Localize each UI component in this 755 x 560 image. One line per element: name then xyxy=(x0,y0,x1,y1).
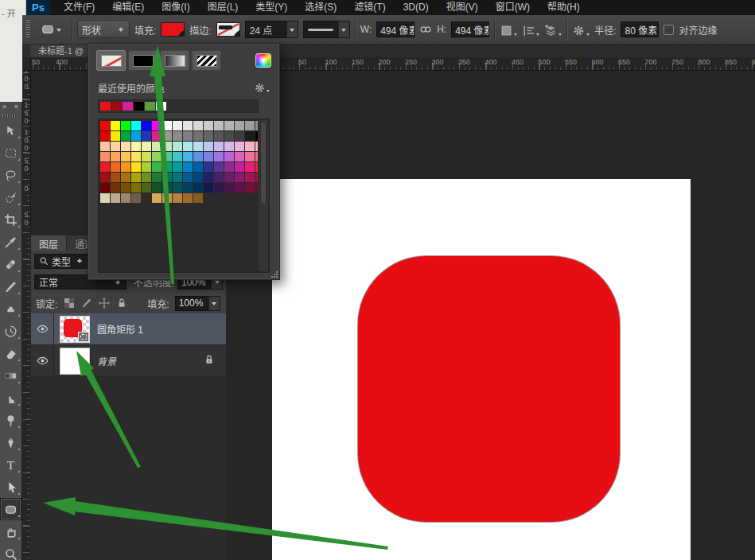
color-swatch[interactable] xyxy=(142,173,151,182)
document-tab[interactable]: 未标题-1 @ xyxy=(30,45,92,57)
color-swatch[interactable] xyxy=(152,193,162,203)
color-swatch[interactable] xyxy=(142,142,151,151)
path-arrangement-button[interactable] xyxy=(544,20,562,39)
color-swatch[interactable] xyxy=(100,183,110,192)
popup-menu-gear-button[interactable] xyxy=(254,82,270,94)
color-swatch[interactable] xyxy=(173,121,182,130)
path-operations-button[interactable] xyxy=(500,20,517,39)
color-swatch[interactable] xyxy=(162,183,172,192)
color-swatch[interactable] xyxy=(214,121,224,130)
spot-healing-brush-tool[interactable] xyxy=(0,253,21,275)
color-swatch[interactable] xyxy=(245,173,255,182)
color-swatch[interactable] xyxy=(121,152,130,161)
color-swatch[interactable] xyxy=(131,193,141,203)
color-swatch[interactable] xyxy=(162,142,172,151)
recent-color-swatch[interactable] xyxy=(134,102,144,111)
history-brush-tool[interactable] xyxy=(0,320,21,342)
color-swatch[interactable] xyxy=(162,131,172,141)
lock-all-icon[interactable] xyxy=(115,298,127,309)
color-swatch[interactable] xyxy=(173,193,182,203)
gradient-button[interactable] xyxy=(160,50,189,71)
color-swatch[interactable] xyxy=(121,162,130,172)
color-swatch[interactable] xyxy=(142,183,151,192)
layer-fill-dropdown[interactable] xyxy=(208,296,220,311)
hand-tool[interactable] xyxy=(0,520,21,542)
lock-position-icon[interactable] xyxy=(98,298,110,309)
color-swatch[interactable] xyxy=(224,121,234,130)
color-picker-icon[interactable] xyxy=(255,53,271,68)
menu-item[interactable]: 窗口(W) xyxy=(487,0,539,15)
color-swatch[interactable] xyxy=(162,173,172,182)
move-tool[interactable] xyxy=(0,119,21,142)
color-swatch[interactable] xyxy=(121,121,130,130)
tools-panel-grip[interactable] xyxy=(2,114,19,117)
color-swatch[interactable] xyxy=(111,193,120,203)
color-swatch[interactable] xyxy=(121,131,130,141)
color-swatch[interactable] xyxy=(235,121,244,130)
pattern-button[interactable] xyxy=(192,50,221,71)
menu-item[interactable]: 3D(D) xyxy=(395,0,438,15)
color-swatch[interactable] xyxy=(111,173,120,182)
swatches-scrollbar[interactable] xyxy=(258,120,268,271)
color-swatch[interactable] xyxy=(214,152,224,161)
color-swatch[interactable] xyxy=(162,152,172,161)
color-swatch[interactable] xyxy=(193,142,203,151)
menu-item[interactable]: 类型(Y) xyxy=(247,0,296,15)
color-swatch[interactable] xyxy=(131,183,141,192)
menu-item[interactable]: 视图(V) xyxy=(438,0,487,15)
link-dimensions-icon[interactable] xyxy=(419,23,432,36)
fill-swatch[interactable] xyxy=(161,22,185,37)
color-swatch[interactable] xyxy=(183,162,193,172)
color-swatch[interactable] xyxy=(245,152,255,161)
color-swatch[interactable] xyxy=(152,152,162,161)
color-swatch[interactable] xyxy=(142,121,151,130)
color-swatch[interactable] xyxy=(204,183,213,192)
no-color-button[interactable] xyxy=(96,50,126,71)
close-panel-button[interactable]: × xyxy=(14,103,18,111)
menu-item[interactable]: 图层(L) xyxy=(199,0,247,15)
menu-item[interactable]: 帮助(H) xyxy=(539,0,589,15)
color-swatch[interactable] xyxy=(162,121,172,130)
layer-visibility-toggle[interactable] xyxy=(31,313,54,345)
popup-resize-grip[interactable] xyxy=(270,270,278,278)
menu-item[interactable]: 编辑(E) xyxy=(103,0,153,15)
crop-tool[interactable] xyxy=(0,208,21,231)
width-input[interactable]: 494 像素 xyxy=(376,21,414,37)
stroke-width-select[interactable]: 24 点 xyxy=(245,21,298,38)
layer-name[interactable]: 背景 xyxy=(97,354,116,368)
color-swatch[interactable] xyxy=(100,193,110,203)
color-swatch[interactable] xyxy=(204,152,213,161)
color-swatch[interactable] xyxy=(111,162,120,172)
recent-color-swatch[interactable] xyxy=(111,102,122,111)
gradient-tool[interactable] xyxy=(0,364,21,387)
brush-tool[interactable] xyxy=(0,275,21,298)
color-swatch[interactable] xyxy=(204,162,213,172)
color-swatch[interactable] xyxy=(111,152,120,161)
color-swatch[interactable] xyxy=(121,193,130,203)
stroke-type-select[interactable] xyxy=(303,21,350,38)
color-swatch[interactable] xyxy=(183,142,193,151)
color-swatch[interactable] xyxy=(152,173,162,182)
layer-thumbnail[interactable] xyxy=(60,348,90,375)
horizontal-type-tool[interactable]: T xyxy=(0,453,21,476)
color-swatch[interactable] xyxy=(204,121,213,130)
color-swatch[interactable] xyxy=(193,131,203,141)
color-swatch[interactable] xyxy=(193,162,203,172)
layer-fill-control[interactable]: 100% xyxy=(175,296,220,311)
shape-settings-gear-button[interactable] xyxy=(572,20,590,39)
rounded-rectangle-shape[interactable] xyxy=(358,256,620,522)
color-swatch[interactable] xyxy=(193,152,203,161)
color-swatch[interactable] xyxy=(100,131,110,141)
color-swatch[interactable] xyxy=(224,152,234,161)
color-swatch[interactable] xyxy=(235,173,244,182)
color-swatch[interactable] xyxy=(183,131,193,141)
color-swatch[interactable] xyxy=(173,142,182,151)
color-swatch[interactable] xyxy=(131,121,141,130)
color-swatch[interactable] xyxy=(204,142,213,151)
color-swatch[interactable] xyxy=(224,183,234,192)
color-swatch[interactable] xyxy=(224,131,234,141)
rounded-rectangle-tool[interactable] xyxy=(0,498,21,520)
color-swatch[interactable] xyxy=(193,193,203,203)
color-swatch[interactable] xyxy=(183,173,193,182)
ruler-corner[interactable] xyxy=(22,57,31,71)
